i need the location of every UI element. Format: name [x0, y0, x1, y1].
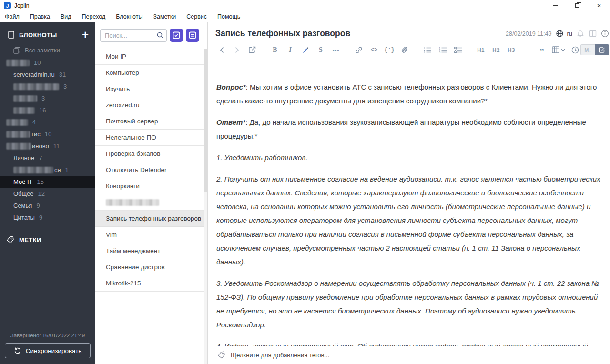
sidebar-item-label: Цитаты [13, 214, 35, 221]
layout-columns-icon[interactable] [589, 30, 597, 37]
menubar: Файл Правка Вид Переход Блокноты Заметки… [0, 11, 610, 22]
heading2-button[interactable]: H2 [491, 45, 501, 55]
italic-button[interactable]: I [285, 45, 295, 55]
horizontal-rule-button[interactable]: — [521, 45, 532, 55]
sidebar-item-label: ся [54, 166, 61, 173]
inline-code-button[interactable]: <> [369, 45, 379, 55]
close-button[interactable]: ✕ [588, 0, 610, 11]
sync-icon [14, 347, 21, 354]
spellcheck-globe-icon[interactable] [556, 30, 564, 38]
note-body-editor[interactable]: Вопрос*: Мы хотим в офисе установить АТС… [208, 77, 610, 346]
add-tags-label: Щелкните для добавления тегов... [231, 352, 329, 359]
paragraph: 1. Уведомить работников. [216, 151, 601, 164]
menu-edit[interactable]: Правка [30, 13, 50, 20]
note-list-item[interactable]: Изучить [95, 81, 204, 97]
synchronize-button[interactable]: Синхронизировать [5, 343, 91, 358]
note-list-item[interactable]: Мои IP [95, 49, 204, 65]
toggle-external-editing-icon[interactable] [247, 45, 257, 55]
sidebar-item-general[interactable]: Общее 12 [0, 188, 95, 200]
note-title: Mikrotik-215 [106, 280, 141, 287]
sidebar-item-personal[interactable]: Личное 7 [0, 152, 95, 164]
new-todo-button[interactable] [170, 29, 183, 42]
add-notebook-button[interactable]: + [82, 30, 89, 39]
heading1-button[interactable]: H1 [476, 45, 486, 55]
note-list-item[interactable]: Mikrotik-215 [95, 275, 204, 292]
back-button[interactable] [216, 45, 227, 55]
note-list-item[interactable]: Нелегальное ПО [95, 130, 204, 146]
note-list-item[interactable]: Vim [95, 227, 204, 243]
menu-help[interactable]: Помощь [217, 13, 240, 20]
note-title-heading[interactable]: Запись телефонных разговоров [215, 29, 350, 39]
sidebar-item-family[interactable]: Семья 9 [0, 200, 95, 212]
heading3-button[interactable]: H3 [506, 45, 517, 55]
hyperlink-button[interactable] [354, 45, 364, 55]
note-list-item[interactable]: zeroxzed.ru [95, 97, 204, 113]
sidebar-item-redacted[interactable]: 10 [0, 57, 95, 69]
note-list-item[interactable]: Сравнение дистров [95, 259, 204, 275]
redacted-note-title [106, 199, 159, 206]
bold-button[interactable]: B [270, 45, 280, 55]
new-note-button[interactable] [186, 29, 199, 42]
answer-label: Ответ* [216, 118, 245, 126]
sidebar-item-redacted[interactable]: 3 [0, 81, 95, 92]
sidebar-item-redacted[interactable]: тис 10 [0, 128, 95, 140]
note-title: Нелегальное ПО [106, 134, 156, 141]
insert-table-button[interactable] [552, 45, 565, 55]
forward-button[interactable] [232, 45, 242, 55]
note-list-item-selected[interactable]: Запись телефонных разговоров [95, 211, 204, 227]
redacted-notebook-name [6, 131, 30, 138]
menu-tools[interactable]: Сервис [186, 13, 207, 20]
sidebar-item-redacted[interactable]: иново 11 [0, 140, 95, 152]
note-list-item[interactable]: Коворкинги [95, 178, 204, 194]
menu-file[interactable]: Файл [5, 13, 20, 20]
note-title: zeroxzed.ru [106, 101, 140, 109]
minimize-button[interactable] [544, 0, 566, 11]
note-list-item[interactable]: Компьютер [95, 65, 204, 81]
sidebar-item-serveradmin[interactable]: serveradmin.ru 31 [0, 69, 95, 81]
spellcheck-language[interactable]: ru [567, 30, 572, 37]
note-list-item-redacted[interactable] [95, 194, 204, 211]
code-block-button[interactable]: {:} [384, 45, 395, 55]
alarm-bell-icon[interactable] [577, 30, 584, 38]
menu-notes[interactable]: Заметки [153, 13, 176, 20]
redacted-notebook-name [6, 60, 30, 66]
menu-notebooks[interactable]: Блокноты [116, 13, 142, 20]
add-tags-bar[interactable]: Щелкните для добавления тегов... [208, 346, 610, 364]
sidebar-item-quotes[interactable]: Цитаты 9 [0, 212, 95, 223]
sidebar: БЛОКНОТЫ + Все заметки 10 serveradmin.ru… [0, 22, 95, 364]
blockquote-button[interactable]: ” [537, 45, 547, 55]
note-list-item[interactable]: Тайм менеджмент [95, 243, 204, 259]
strikethrough-button[interactable]: S [315, 45, 326, 55]
note-title: Сравнение дистров [106, 263, 165, 271]
restore-button[interactable] [566, 0, 588, 11]
note-title: Компьютер [106, 69, 139, 76]
insert-datetime-button[interactable] [570, 45, 580, 55]
note-title: Изучить [106, 85, 130, 92]
bulleted-list-button[interactable] [422, 45, 433, 55]
sidebar-item-redacted[interactable]: 3 [0, 92, 95, 104]
checklist-button[interactable] [453, 45, 463, 55]
note-title: Запись телефонных разговоров [106, 215, 201, 222]
note-list-item[interactable]: Проверка бэкапов [95, 146, 204, 162]
sidebar-item-redacted[interactable]: 16 [0, 104, 95, 116]
note-list-item[interactable]: Почтовый сервер [95, 113, 204, 130]
sidebar-item-redacted[interactable]: ся 1 [0, 164, 95, 176]
tags-section-header[interactable]: МЕТКИ [0, 223, 95, 244]
sidebar-item-label: Моё IT [13, 178, 33, 185]
highlight-pen-icon[interactable] [300, 45, 311, 55]
markdown-editor-toggle[interactable]: M↓ [580, 44, 595, 55]
menu-view[interactable]: Вид [61, 13, 71, 20]
note-properties-info-icon[interactable] [601, 30, 609, 38]
more-formats-button[interactable]: ••• [331, 45, 341, 55]
menu-go[interactable]: Переход [82, 13, 106, 20]
sidebar-item-all-notes[interactable]: Все заметки [0, 44, 95, 57]
sidebar-item-redacted[interactable]: 4 [0, 116, 95, 128]
richtext-editor-toggle[interactable] [595, 44, 609, 55]
redacted-notebook-name [13, 83, 59, 90]
attach-file-icon[interactable] [399, 45, 410, 55]
sync-button-label: Синхронизировать [26, 347, 82, 354]
sidebar-item-my-it[interactable]: Моё IT 15 [0, 176, 95, 188]
note-list-item[interactable]: Отключить Defender [95, 162, 204, 178]
note-list-scrollbar[interactable] [204, 49, 207, 364]
numbered-list-button[interactable]: 1 2 3 [437, 45, 448, 55]
